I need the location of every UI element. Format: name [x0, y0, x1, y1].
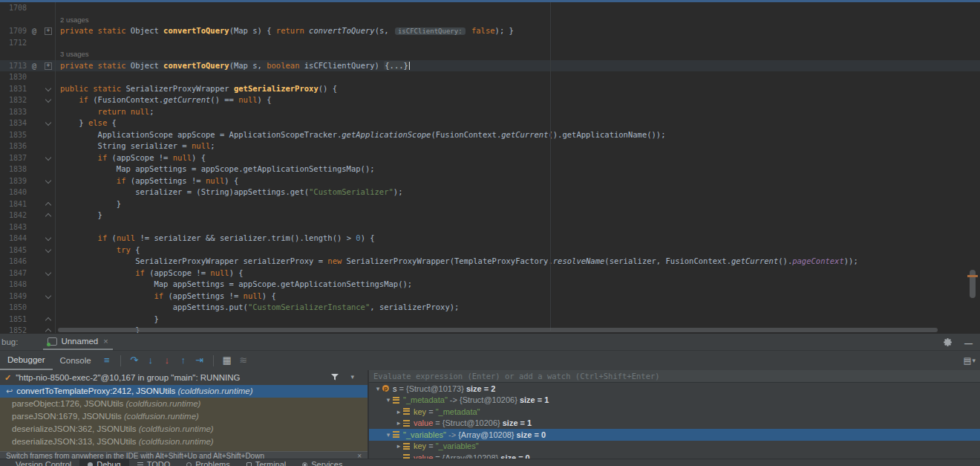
force-step-into-icon[interactable]: ↓ — [159, 352, 175, 369]
code-line[interactable]: 1835 ApplicationScope appScope = Applica… — [0, 129, 980, 141]
run-to-cursor-icon[interactable]: ⇥ — [192, 352, 208, 369]
code-line[interactable]: 1708 — [0, 2, 980, 14]
inlay-hint-row[interactable]: 2 usages — [0, 14, 980, 26]
toolwindow-button-problems[interactable]: Problems — [178, 459, 238, 466]
stack-frame-row[interactable]: parseJSON:1679, JSONUtils (coldfusion.ru… — [0, 410, 368, 423]
fold-marker[interactable] — [42, 117, 56, 129]
code-line[interactable]: 1842 } — [0, 210, 980, 221]
stack-frame-row[interactable]: deserializeJSON:362, JSONUtils (coldfusi… — [0, 423, 368, 436]
variable-row[interactable]: ▸value = {Struct@10206} size = 1 — [369, 418, 980, 430]
fold-marker[interactable] — [42, 268, 56, 279]
threads-menu-icon[interactable]: ≡ — [99, 352, 115, 369]
toolwindow-button-services[interactable]: Services — [294, 459, 350, 466]
evaluate-expression-input[interactable]: Evaluate expression (Enter) or add a wat… — [369, 370, 980, 383]
line-number[interactable]: 1709 — [0, 25, 27, 37]
fold-marker[interactable] — [42, 198, 56, 210]
line-number[interactable] — [0, 48, 27, 60]
code-line[interactable]: 1837 if (appScope != null) { — [0, 152, 980, 164]
tab-debugger[interactable]: Debugger — [0, 351, 53, 370]
error-stripe-mark[interactable] — [967, 275, 978, 277]
step-over-icon[interactable]: ↷ — [126, 352, 143, 369]
code-line[interactable]: 1834 } else { — [0, 117, 980, 129]
fold-marker[interactable] — [42, 152, 56, 164]
line-number[interactable]: 1850 — [0, 302, 27, 314]
hide-panel-icon[interactable]: — — [964, 340, 973, 347]
variable-row[interactable]: ▾ps = {Struct@10173} size = 2 — [369, 383, 980, 395]
line-number[interactable]: 1831 — [0, 83, 27, 95]
line-number[interactable]: 1837 — [0, 152, 27, 164]
code-line[interactable]: 1830 — [0, 71, 980, 83]
filter-frames-icon[interactable] — [331, 374, 339, 383]
code-line[interactable]: 1845 try { — [0, 245, 980, 256]
tree-chevron-icon[interactable]: ▸ — [394, 442, 403, 450]
line-number[interactable]: 1848 — [0, 279, 27, 291]
line-number[interactable]: 1843 — [0, 221, 27, 233]
line-number[interactable]: 1708 — [0, 2, 27, 14]
inlay-hint-row[interactable]: 3 usages — [0, 48, 980, 60]
chevron-down-icon[interactable]: ▾ — [350, 373, 354, 381]
stack-frame-row[interactable]: deserializeJSON:313, JSONUtils (coldfusi… — [0, 436, 368, 448]
code-line[interactable]: 1841 } — [0, 198, 980, 210]
variable-row[interactable]: ▸key = "_variables" — [369, 441, 980, 453]
editor-horizontal-scrollbar[interactable] — [58, 328, 938, 332]
code-line[interactable]: 1713@+private static Object convertToQue… — [0, 60, 980, 72]
stack-frame-row[interactable]: parseObject:1726, JSONUtils (coldfusion.… — [0, 398, 368, 410]
fold-marker[interactable] — [42, 291, 56, 302]
tree-chevron-icon[interactable]: ▾ — [384, 396, 393, 404]
code-line[interactable]: 1833 return null; — [0, 106, 980, 118]
toolwindow-button-version-control[interactable]: Version Control — [7, 459, 79, 466]
line-number[interactable]: 1844 — [0, 233, 27, 245]
line-number[interactable]: 1840 — [0, 187, 27, 198]
close-session-icon[interactable]: × — [103, 337, 108, 346]
line-number[interactable]: 1830 — [0, 71, 27, 83]
tree-chevron-icon[interactable]: ▸ — [394, 408, 403, 415]
code-line[interactable]: 1712 — [0, 37, 980, 49]
toolwindow-button-debug[interactable]: Debug — [79, 459, 128, 466]
evaluate-expression-icon[interactable]: ▦ — [219, 352, 235, 369]
line-number[interactable]: 1839 — [0, 175, 27, 187]
toolwindow-button-todo[interactable]: TODO — [129, 459, 179, 466]
line-number[interactable]: 1833 — [0, 106, 27, 118]
tab-console[interactable]: Console — [53, 351, 99, 370]
code-line[interactable]: 1850 appSettings.put("CustomSerializerIn… — [0, 302, 980, 314]
fold-marker[interactable] — [42, 83, 56, 95]
code-line[interactable]: 1836 String serializer = null; — [0, 140, 980, 152]
code-line[interactable]: 1831public static SerializerProxyWrapper… — [0, 83, 980, 95]
step-into-icon[interactable]: ↓ — [143, 352, 159, 369]
code-line[interactable]: 1832 if (FusionContext.getCurrent() == n… — [0, 94, 980, 106]
fold-marker[interactable] — [42, 94, 56, 106]
debug-session-tab[interactable]: Unnamed × — [43, 334, 112, 350]
code-line[interactable]: 1848 Map appSettings = appScope.getAppli… — [0, 279, 980, 291]
line-number[interactable]: 1852 — [0, 325, 27, 333]
variable-row[interactable]: ▾"_metadata" -> {Struct@10206} size = 1 — [369, 395, 980, 407]
code-line[interactable]: 1840 serializer = (String)appSettings.ge… — [0, 187, 980, 198]
restore-layout-icon[interactable]: ▤▾ — [964, 351, 976, 370]
code-line[interactable]: 1847 if (appScope != null) { — [0, 268, 980, 279]
code-line[interactable]: 1849 if (appSettings != null) { — [0, 291, 980, 302]
code-line[interactable]: 1839 if (appSettings != null) { — [0, 175, 980, 187]
fold-marker[interactable] — [42, 245, 56, 256]
line-number[interactable]: 1851 — [0, 314, 27, 326]
step-out-icon[interactable]: ↑ — [175, 352, 192, 369]
tree-chevron-icon[interactable]: ▾ — [384, 431, 393, 439]
variable-row[interactable]: ▸key = "_metadata" — [369, 406, 980, 418]
line-number[interactable]: 1832 — [0, 94, 27, 106]
fold-marker[interactable] — [42, 314, 56, 326]
code-line[interactable]: 1846 SerializerProxyWrapper serializerPr… — [0, 256, 980, 268]
toolwindow-button-terminal[interactable]: Terminal — [238, 459, 295, 466]
thread-selector[interactable]: ✓ "http-nio-8500-exec-2"@10,167 in group… — [0, 370, 368, 385]
line-number[interactable]: 1838 — [0, 164, 27, 175]
code-line[interactable]: 1844 if (null != serializer && serialize… — [0, 233, 980, 245]
tree-chevron-icon[interactable]: ▸ — [394, 419, 403, 427]
line-number[interactable]: 1849 — [0, 291, 27, 302]
stack-frame-row[interactable]: ↩convertToTemplateProxy:2412, JSONUtils … — [0, 385, 368, 398]
layout-settings-icon[interactable]: ≋ — [235, 352, 252, 369]
code-line[interactable]: 1838 Map appSettings = appScope.getAppli… — [0, 164, 980, 175]
line-number[interactable]: 1847 — [0, 268, 27, 279]
tree-chevron-icon[interactable]: ▾ — [373, 385, 382, 392]
fold-marker[interactable] — [42, 325, 56, 333]
code-line[interactable]: 1851 } — [0, 314, 980, 326]
line-number[interactable]: 1835 — [0, 129, 27, 141]
line-number[interactable]: 1842 — [0, 210, 27, 221]
line-number[interactable]: 1834 — [0, 117, 27, 129]
